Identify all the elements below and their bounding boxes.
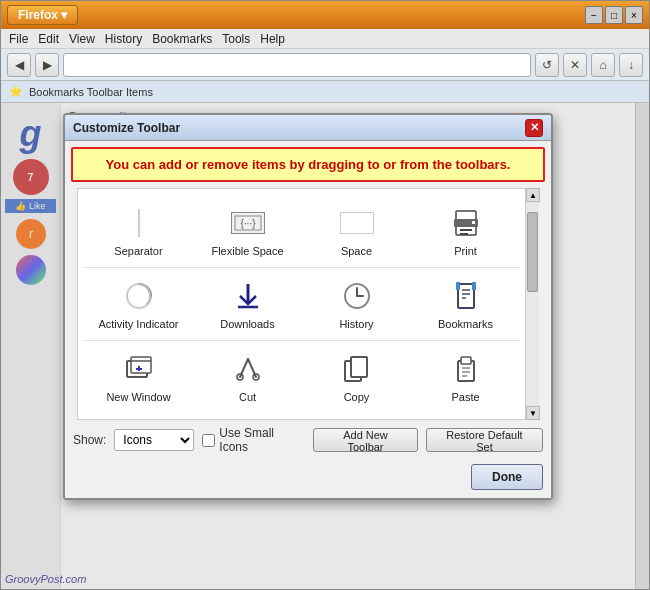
copy-icon <box>339 351 375 387</box>
firefox-button[interactable]: Firefox ▾ <box>7 5 78 25</box>
done-button[interactable]: Done <box>471 464 543 490</box>
window-controls: − □ × <box>585 6 643 24</box>
flexible-space-label: Flexible Space <box>211 245 283 257</box>
separator-label: Separator <box>114 245 162 257</box>
title-bar: Firefox ▾ − □ × <box>1 1 649 29</box>
space-label: Space <box>341 245 372 257</box>
toolbar-item-print[interactable]: Print <box>411 195 520 267</box>
toolbar-items-area: Separator {···} Flexible Space <box>77 188 539 420</box>
toolbar-item-copy[interactable]: Copy <box>302 341 411 413</box>
items-area-wrapper: Separator {···} Flexible Space <box>71 188 545 420</box>
svg-rect-7 <box>460 229 472 231</box>
history-label: History <box>339 318 373 330</box>
toolbar-item-bookmarks[interactable]: Bookmarks <box>411 268 520 340</box>
customize-toolbar-dialog: Customize Toolbar ✕ You can add or remov… <box>63 113 553 500</box>
toolbar-item-new-window[interactable]: New Window <box>84 341 193 413</box>
show-label: Show: <box>73 433 106 447</box>
bookmarks-label[interactable]: Bookmarks Toolbar Items <box>29 86 153 98</box>
refresh-button[interactable]: ↺ <box>535 53 559 77</box>
downloads-icon <box>230 278 266 314</box>
add-toolbar-button[interactable]: Add New Toolbar <box>313 428 418 452</box>
print-label: Print <box>454 245 477 257</box>
home-button[interactable]: ⌂ <box>591 53 615 77</box>
activity-indicator-label: Activity Indicator <box>98 318 178 330</box>
svg-rect-35 <box>461 357 471 364</box>
activity-indicator-icon <box>121 278 157 314</box>
scroll-up-arrow[interactable]: ▲ <box>526 188 540 202</box>
menu-help[interactable]: Help <box>260 32 285 46</box>
dialog-close-button[interactable]: ✕ <box>525 119 543 137</box>
svg-rect-33 <box>351 357 367 377</box>
toolbar-item-space[interactable]: Space <box>302 195 411 267</box>
nav-bar: ◀ ▶ ↺ ✕ ⌂ ↓ <box>1 49 649 81</box>
dialog-hint: You can add or remove items by dragging … <box>71 147 545 182</box>
menu-file[interactable]: File <box>9 32 28 46</box>
items-scrollbar[interactable]: ▲ ▼ <box>525 188 539 420</box>
small-icons-label: Use Small Icons <box>202 426 305 454</box>
menu-history[interactable]: History <box>105 32 142 46</box>
svg-rect-17 <box>458 284 474 308</box>
menu-view[interactable]: View <box>69 32 95 46</box>
menu-bar: File Edit View History Bookmarks Tools H… <box>1 29 649 49</box>
close-button[interactable]: × <box>625 6 643 24</box>
bookmarks-icon: ⭐ <box>9 85 23 98</box>
maximize-button[interactable]: □ <box>605 6 623 24</box>
separator-icon <box>121 205 157 241</box>
space-icon <box>339 205 375 241</box>
paste-icon <box>448 351 484 387</box>
items-grid: Separator {···} Flexible Space <box>84 195 520 413</box>
print-icon <box>448 205 484 241</box>
restore-defaults-button[interactable]: Restore Default Set <box>426 428 543 452</box>
bookmarks-bar: ⭐ Bookmarks Toolbar Items <box>1 81 649 103</box>
download-nav-button[interactable]: ↓ <box>619 53 643 77</box>
new-window-icon <box>121 351 157 387</box>
dialog-title: Customize Toolbar <box>73 121 525 135</box>
toolbar-item-flexible-space[interactable]: {···} Flexible Space <box>193 195 302 267</box>
back-button[interactable]: ◀ <box>7 53 31 77</box>
minimize-button[interactable]: − <box>585 6 603 24</box>
done-row: Done <box>65 460 551 498</box>
address-bar[interactable] <box>63 53 531 77</box>
cut-label: Cut <box>239 391 256 403</box>
toolbar-item-activity-indicator[interactable]: Activity Indicator <box>84 268 193 340</box>
flexible-space-icon: {···} <box>230 205 266 241</box>
toolbar-item-history[interactable]: History <box>302 268 411 340</box>
history-icon <box>339 278 375 314</box>
scroll-down-arrow[interactable]: ▼ <box>526 406 540 420</box>
scroll-thumb[interactable] <box>527 212 538 292</box>
svg-rect-8 <box>460 233 468 235</box>
toolbar-item-cut[interactable]: Cut <box>193 341 302 413</box>
svg-rect-24 <box>131 357 151 373</box>
cut-icon <box>230 351 266 387</box>
small-icons-checkbox[interactable] <box>202 434 215 447</box>
dialog-footer: Show: Icons Text Icons and Text Use Smal… <box>65 420 551 460</box>
svg-rect-10 <box>472 221 475 224</box>
paste-label: Paste <box>451 391 479 403</box>
new-window-label: New Window <box>106 391 170 403</box>
browser-window: Firefox ▾ − □ × File Edit View History B… <box>0 0 650 590</box>
toolbar-item-separator[interactable]: Separator <box>84 195 193 267</box>
stop-button[interactable]: ✕ <box>563 53 587 77</box>
menu-bookmarks[interactable]: Bookmarks <box>152 32 212 46</box>
forward-button[interactable]: ▶ <box>35 53 59 77</box>
svg-rect-22 <box>472 282 476 290</box>
show-select[interactable]: Icons Text Icons and Text <box>114 429 194 451</box>
bookmarks-item-icon <box>448 278 484 314</box>
copy-label: Copy <box>344 391 370 403</box>
svg-text:{···}: {···} <box>240 218 256 229</box>
downloads-label: Downloads <box>220 318 274 330</box>
scroll-track <box>526 202 539 406</box>
svg-rect-21 <box>456 282 460 290</box>
menu-edit[interactable]: Edit <box>38 32 59 46</box>
bookmarks-item-label: Bookmarks <box>438 318 493 330</box>
menu-tools[interactable]: Tools <box>222 32 250 46</box>
toolbar-item-downloads[interactable]: Downloads <box>193 268 302 340</box>
dialog-titlebar: Customize Toolbar ✕ <box>65 115 551 141</box>
toolbar-item-paste[interactable]: Paste <box>411 341 520 413</box>
